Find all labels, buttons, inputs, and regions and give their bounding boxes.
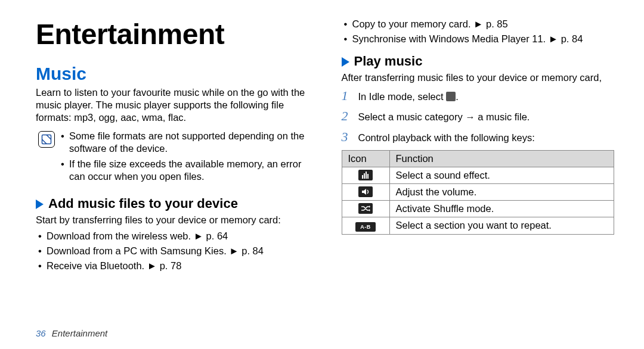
step-text: Select a music category → a music file. [358, 111, 530, 123]
section-title-music: Music [36, 64, 309, 84]
svg-marker-9 [369, 209, 370, 211]
note-list: Some file formats are not supported depe… [61, 130, 309, 185]
functions-table: Icon Function Select a sound effect. [342, 150, 615, 235]
table-row: A-B Select a section you want to repeat. [342, 217, 614, 234]
svg-rect-5 [366, 172, 367, 179]
table-row: Select a sound effect. [342, 167, 614, 183]
table-row: Activate Shuffle mode. [342, 200, 614, 217]
chapter-title: Entertainment [36, 18, 309, 51]
bullet-item: Synchronise with Windows Media Player 11… [344, 33, 615, 45]
step-item: 3 Control playback with the following ke… [342, 129, 615, 145]
chevron-right-icon [36, 200, 44, 209]
step-item: 2 Select a music category → a music file… [342, 108, 615, 124]
bullet-item: Download from the wireless web. ► p. 64 [38, 230, 309, 242]
music-app-icon [446, 92, 456, 101]
table-cell-function: Select a sound effect. [389, 167, 614, 183]
bullet-item: Receive via Bluetooth. ► p. 78 [38, 260, 309, 272]
svg-rect-0 [42, 135, 51, 144]
page-number: 36 [36, 328, 46, 338]
step-number: 3 [342, 129, 352, 145]
subsection-title: Play music [354, 54, 423, 69]
table-header-function: Function [389, 150, 614, 167]
music-intro: Learn to listen to your favourite music … [36, 86, 309, 124]
note-icon [38, 131, 55, 148]
note-item: If the file size exceeds the available m… [61, 158, 309, 183]
right-column: Copy to your memory card. ► p. 85 Synchr… [342, 18, 615, 310]
add-music-bullets: Download from the wireless web. ► p. 64 … [38, 230, 309, 272]
equalizer-icon [342, 167, 389, 183]
steps-list: 1 In Idle mode, select . 2 Select a musi… [342, 88, 615, 145]
step-number: 1 [342, 88, 352, 104]
subsection-title: Add music files to your device [48, 196, 238, 211]
table-cell-function: Adjust the volume. [389, 183, 614, 200]
continued-bullets: Copy to your memory card. ► p. 85 Synchr… [344, 18, 615, 45]
bullet-item: Download from a PC with Samsung Kies. ► … [38, 245, 309, 257]
svg-line-1 [47, 135, 51, 140]
step-number: 2 [342, 108, 352, 124]
table-header-icon: Icon [342, 150, 389, 167]
play-music-intro: After transferring music files to your d… [342, 71, 615, 84]
svg-marker-7 [362, 189, 366, 195]
svg-marker-8 [369, 205, 370, 208]
step-text: In Idle mode, select [358, 91, 447, 102]
footer-label: Entertainment [52, 328, 107, 338]
bullet-item: Copy to your memory card. ► p. 85 [344, 18, 615, 30]
left-column: Entertainment Music Learn to listen to y… [36, 18, 309, 310]
add-music-intro: Start by transferring files to your devi… [36, 214, 309, 226]
note-box: Some file formats are not supported depe… [38, 130, 309, 185]
step-item: 1 In Idle mode, select . [342, 88, 615, 104]
svg-rect-4 [364, 173, 365, 179]
svg-line-2 [42, 139, 47, 144]
table-cell-function: Activate Shuffle mode. [389, 200, 614, 217]
note-item: Some file formats are not supported depe… [61, 130, 309, 155]
step-text: Control playback with the following keys… [358, 132, 535, 144]
table-cell-function: Select a section you want to repeat. [389, 217, 614, 234]
step-text: . [456, 91, 459, 102]
speaker-icon [342, 183, 389, 200]
subsection-add-music: Add music files to your device [36, 196, 309, 211]
a-b-repeat-icon: A-B [342, 217, 389, 234]
page-footer: 36 Entertainment [36, 328, 107, 338]
subsection-play-music: Play music [342, 54, 615, 69]
table-row: Adjust the volume. [342, 183, 614, 200]
shuffle-icon [342, 200, 389, 217]
chevron-right-icon [342, 57, 349, 67]
svg-rect-6 [367, 174, 369, 179]
svg-rect-3 [362, 175, 363, 179]
